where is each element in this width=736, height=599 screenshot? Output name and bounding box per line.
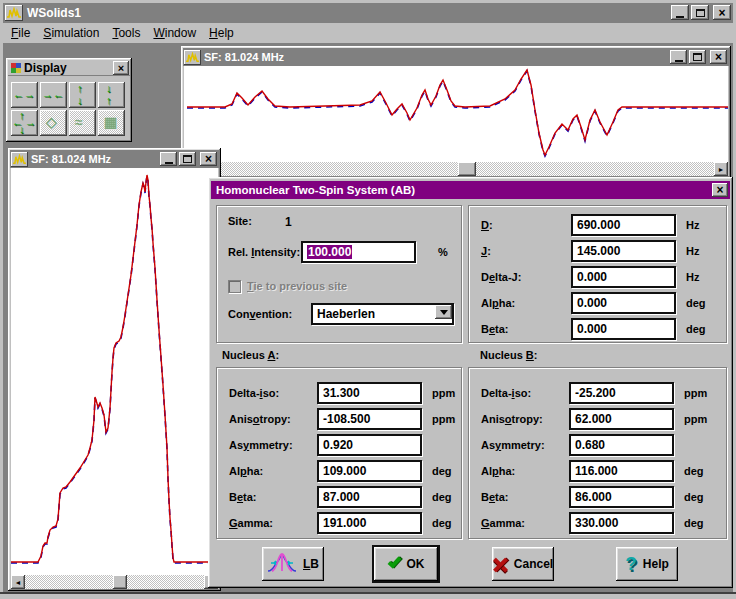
lb-button[interactable]: LB xyxy=(262,547,324,581)
param-input[interactable]: 31.300 xyxy=(317,382,422,404)
param-input[interactable]: 330.000 xyxy=(569,512,674,534)
cancel-button[interactable]: Cancel xyxy=(492,547,554,581)
close-button[interactable]: × xyxy=(200,152,217,166)
param-unit: deg xyxy=(432,465,452,477)
top-spectrum-titlebar[interactable]: SF: 81.024 MHz × xyxy=(183,48,729,66)
scroll-right-button[interactable]: ► xyxy=(714,162,728,176)
horizontal-scrollbar[interactable]: ◄ ► xyxy=(11,575,218,589)
param-input[interactable]: 145.000 xyxy=(571,240,676,262)
param-row: Alpha:0.000deg xyxy=(481,292,726,314)
minimize-button[interactable] xyxy=(670,50,687,64)
param-input[interactable]: 0.000 xyxy=(571,292,676,314)
param-input[interactable]: 116.000 xyxy=(569,460,674,482)
horizontal-scrollbar[interactable]: ◄ ► xyxy=(184,162,728,176)
param-row: Beta:86.000deg xyxy=(481,486,726,508)
menu-tools[interactable]: Tools xyxy=(106,24,146,42)
expand-vertical-icon: ↓ xyxy=(77,95,83,106)
convention-combobox[interactable]: Haeberlen xyxy=(311,303,454,325)
scrollbar-thumb[interactable] xyxy=(113,575,127,589)
dropdown-button[interactable] xyxy=(435,305,452,319)
close-button[interactable]: × xyxy=(710,50,727,64)
toolbox-close-button[interactable]: × xyxy=(113,61,129,75)
maximize-button[interactable] xyxy=(689,50,706,64)
param-label: D: xyxy=(481,219,571,231)
param-input[interactable]: 690.000 xyxy=(571,214,676,236)
param-unit: deg xyxy=(686,323,706,335)
param-unit: deg xyxy=(684,465,704,477)
dialog-titlebar[interactable]: Homonuclear Two-Spin System (AB) × xyxy=(211,181,730,199)
left-spectrum-window: SF: 81.024 MHz × ◄ ► xyxy=(8,148,221,591)
minimize-button[interactable] xyxy=(160,152,177,166)
grid-toggle-button: ▦ xyxy=(98,110,125,136)
param-input[interactable]: -108.500 xyxy=(317,408,422,430)
help-button[interactable]: ?Help xyxy=(616,547,678,581)
minimize-icon xyxy=(675,60,683,62)
param-unit: ppm xyxy=(432,387,455,399)
param-input[interactable]: 87.000 xyxy=(317,486,422,508)
spectrum-client xyxy=(11,168,218,575)
ok-button[interactable]: OK xyxy=(372,545,440,583)
menu-file[interactable]: File xyxy=(5,24,36,42)
rel-intensity-input[interactable]: 100.000 xyxy=(301,241,416,263)
maximize-button[interactable] xyxy=(179,152,196,166)
param-input[interactable]: -25.200 xyxy=(569,382,674,404)
param-input[interactable]: 191.000 xyxy=(317,512,422,534)
param-row: Alpha:116.000deg xyxy=(481,460,726,482)
maximize-button[interactable] xyxy=(691,5,709,20)
param-input[interactable]: 0.920 xyxy=(317,434,422,456)
param-input[interactable]: 109.000 xyxy=(317,460,422,482)
param-row: Gamma:330.000deg xyxy=(481,512,726,534)
convention-label: Convention: xyxy=(228,308,292,320)
display-toolbox-titlebar[interactable]: Display × xyxy=(8,60,130,76)
site-label: Site: xyxy=(228,215,252,227)
nucleus-b-heading: Nucleus B: xyxy=(480,349,537,361)
param-label: Asymmetry: xyxy=(229,439,317,451)
close-icon: × xyxy=(205,154,212,164)
compress-vertical-button[interactable]: ↓↑ xyxy=(98,82,125,108)
minimize-button[interactable] xyxy=(671,5,689,20)
param-label: Asymmetry: xyxy=(481,439,569,451)
param-input[interactable]: 0.000 xyxy=(571,266,676,288)
toolbox-button-grid: ←→→←↑↓↓↑↑↓←→◇≈▦ xyxy=(11,82,127,136)
param-unit: deg xyxy=(684,491,704,503)
param-input[interactable]: 0.680 xyxy=(569,434,674,456)
scrollbar-thumb[interactable] xyxy=(458,162,476,176)
menu-simulation[interactable]: Simulation xyxy=(37,24,105,42)
scroll-left-button[interactable]: ◄ xyxy=(11,575,25,589)
param-unit: Hz xyxy=(686,245,699,257)
expand-all-icon: → xyxy=(25,117,36,128)
button-label: Cancel xyxy=(514,557,553,571)
maximize-icon xyxy=(696,9,705,17)
param-row: Beta:0.000deg xyxy=(481,318,726,340)
rel-intensity-label: Rel. Intensity: xyxy=(228,246,300,258)
check-icon xyxy=(387,554,401,568)
param-input[interactable]: 62.000 xyxy=(569,408,674,430)
zoom-region-icon: ◇ xyxy=(46,115,57,129)
menu-help[interactable]: Help xyxy=(203,24,240,42)
app-icon xyxy=(5,5,23,21)
expand-all-button[interactable]: ↑↓←→ xyxy=(11,110,38,136)
param-row: Delta-iso:-25.200ppm xyxy=(481,382,726,404)
compress-horizontal-button[interactable]: →← xyxy=(40,82,67,108)
dialog-close-button[interactable]: × xyxy=(712,183,728,197)
expand-vertical-button[interactable]: ↑↓ xyxy=(69,82,96,108)
close-icon: × xyxy=(715,52,722,62)
param-unit: deg xyxy=(432,517,452,529)
param-input[interactable]: 0.000 xyxy=(571,318,676,340)
main-window-bottom-border xyxy=(0,592,736,599)
expand-horizontal-button[interactable]: ←→ xyxy=(11,82,38,108)
display-toolbox-window: Display × ←→→←↑↓↓↑↑↓←→◇≈▦ xyxy=(6,58,132,142)
param-row: Anisotropy:-108.500ppm xyxy=(229,408,461,430)
param-label: Anisotropy: xyxy=(481,413,569,425)
close-button[interactable]: × xyxy=(713,5,731,20)
menu-window[interactable]: Window xyxy=(147,24,202,42)
expand-horizontal-icon: → xyxy=(24,89,35,100)
param-input[interactable]: 86.000 xyxy=(569,486,674,508)
param-row: Delta-iso:31.300ppm xyxy=(229,382,461,404)
left-spectrum-titlebar[interactable]: SF: 81.024 MHz × xyxy=(10,150,219,168)
spectrum-plot xyxy=(11,168,218,575)
param-row: Beta:87.000deg xyxy=(229,486,461,508)
spectrum-plot xyxy=(184,66,728,162)
tie-checkbox xyxy=(228,280,241,293)
param-label: Delta-iso: xyxy=(481,387,569,399)
